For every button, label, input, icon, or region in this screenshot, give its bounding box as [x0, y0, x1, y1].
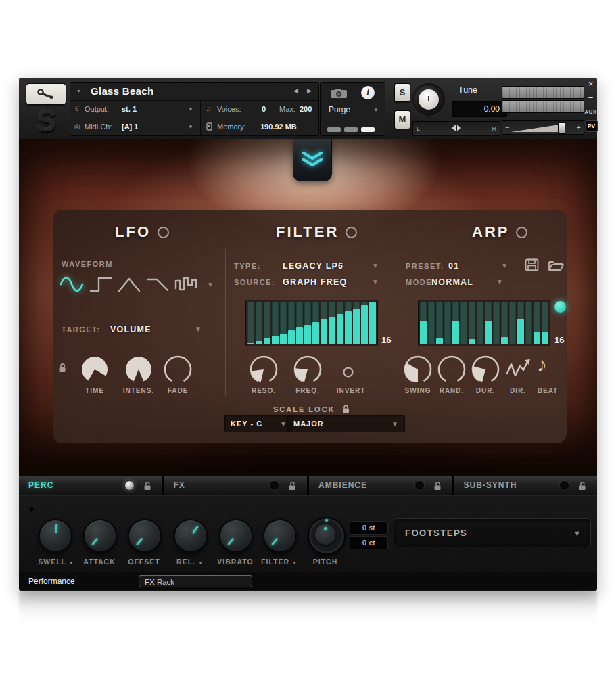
tune-knob[interactable] [412, 83, 445, 116]
arp-beat-note-icon[interactable]: ♪ [537, 353, 547, 376]
info-icon[interactable]: i [361, 86, 375, 99]
graph-step-bar[interactable] [477, 302, 483, 344]
graph-step-bar[interactable] [280, 302, 287, 344]
articulation-select[interactable]: FOOTSTEPS ▼ [394, 518, 591, 547]
max-voices-value[interactable]: 200 [300, 105, 312, 113]
graph-step-bar[interactable] [321, 302, 327, 344]
snapshot-camera-icon[interactable] [330, 88, 348, 99]
tab-fx[interactable]: FX [164, 476, 308, 495]
purge-dropdown-icon[interactable]: ▼ [373, 107, 379, 113]
arp-table-indicator[interactable] [554, 301, 566, 313]
attack-knob[interactable] [83, 519, 117, 553]
graph-step-bar[interactable] [247, 302, 254, 344]
graph-step-bar[interactable] [312, 302, 319, 344]
graph-step-bar[interactable] [452, 302, 459, 344]
volume-minus[interactable]: − [505, 121, 509, 134]
graph-step-bar[interactable] [361, 302, 368, 344]
filter-type-dropdown-icon[interactable]: ▼ [372, 262, 379, 269]
tab-perc-indicator[interactable] [125, 481, 134, 490]
collapse-panel-tab[interactable] [293, 139, 332, 181]
filter-amount-knob[interactable] [263, 519, 297, 553]
graph-step-bar[interactable] [534, 302, 540, 344]
tab-sub-synth-lock-icon[interactable] [578, 481, 586, 491]
filter-enable-indicator[interactable] [346, 227, 357, 238]
waveform-sine-icon[interactable] [58, 273, 85, 295]
graph-step-bar[interactable] [420, 302, 427, 344]
arp-random-knob[interactable] [437, 355, 467, 384]
tune-value[interactable]: 0.00 [452, 101, 507, 117]
waveform-triangle-icon[interactable] [116, 273, 142, 295]
graph-step-bar[interactable] [460, 302, 467, 344]
graph-step-bar[interactable] [353, 302, 360, 344]
aux-button[interactable]: aux [584, 109, 597, 115]
waveform-saw-icon[interactable] [145, 273, 170, 295]
filter-frequency-knob[interactable] [293, 355, 323, 384]
fx-rack-page-tab[interactable]: FX Rack [139, 575, 252, 587]
arp-save-icon[interactable] [525, 258, 539, 271]
tab-ambience-lock-icon[interactable] [433, 481, 442, 491]
arp-mode-dropdown-icon[interactable]: ▼ [496, 278, 503, 286]
graph-step-bar[interactable] [493, 302, 500, 344]
graph-step-bar[interactable] [469, 302, 475, 344]
lfo-fade-knob[interactable] [163, 355, 193, 384]
pan-handle[interactable] [452, 123, 461, 133]
filter-resonance-knob[interactable] [249, 355, 279, 384]
graph-step-bar[interactable] [337, 302, 343, 344]
prev-instrument-icon[interactable]: ◀ [293, 87, 298, 94]
graph-step-bar[interactable] [272, 302, 279, 344]
midi-value[interactable]: [A] 1 [122, 122, 138, 131]
minimize-button[interactable]: − [584, 93, 597, 103]
swell-dropdown-icon[interactable]: ▼ [69, 560, 74, 565]
graph-step-bar[interactable] [264, 302, 270, 344]
filter-invert-toggle[interactable] [333, 360, 363, 390]
tab-perc[interactable]: PERC [19, 476, 162, 495]
key-select[interactable]: KEY - C ▼ [224, 415, 293, 432]
target-value[interactable]: VOLUME [110, 325, 151, 334]
tab-fx-lock-icon[interactable] [288, 481, 296, 491]
graph-step-bar[interactable] [304, 302, 311, 344]
filter-graph[interactable] [245, 300, 378, 346]
performance-page-tab[interactable]: Performance [28, 572, 75, 590]
swell-knob[interactable] [39, 519, 72, 553]
volume-slider[interactable]: − + [502, 120, 584, 135]
close-button[interactable]: × [584, 78, 597, 89]
tab-ambience-indicator[interactable] [415, 481, 424, 490]
filter-type-value[interactable]: LEGACY LP6 [283, 261, 343, 271]
pitch-semitone-value[interactable]: 0 st [350, 521, 388, 535]
pitch-cent-value[interactable]: 0 ct [350, 536, 388, 549]
purge-label[interactable]: Purge [329, 105, 350, 114]
graph-step-bar[interactable] [509, 302, 516, 344]
instrument-name[interactable]: Glass Beach [91, 85, 153, 97]
arp-enable-indicator[interactable] [516, 227, 527, 238]
scale-lock-icon[interactable] [342, 405, 350, 413]
arp-swing-knob[interactable] [403, 355, 433, 384]
pitch-knob[interactable] [308, 517, 346, 555]
waveform-dropdown-icon[interactable]: ▼ [207, 281, 214, 288]
tab-sub-synth[interactable]: SUB-SYNTH [454, 476, 598, 495]
next-instrument-icon[interactable]: ▶ [307, 87, 312, 94]
waveform-square-icon[interactable] [88, 273, 114, 295]
lfo-time-knob[interactable] [80, 355, 110, 384]
scale-select[interactable]: MAJOR ▼ [287, 415, 405, 432]
volume-handle[interactable] [558, 122, 565, 134]
graph-step-bar[interactable] [485, 302, 492, 344]
arp-preset-dropdown-icon[interactable]: ▼ [501, 262, 508, 269]
offset-knob[interactable] [128, 519, 162, 553]
graph-step-bar[interactable] [345, 302, 352, 344]
output-value[interactable]: st. 1 [122, 105, 137, 113]
collapse-icon[interactable]: ▼ [76, 89, 81, 93]
arp-preset-value[interactable]: 01 [448, 261, 459, 271]
tab-fx-indicator[interactable] [270, 481, 279, 490]
pv-button[interactable]: PV [585, 120, 598, 132]
tab-perc-lock-icon[interactable] [143, 481, 151, 491]
lfo-enable-indicator[interactable] [158, 227, 169, 238]
graph-step-bar[interactable] [369, 302, 376, 344]
arp-duration-knob[interactable] [471, 355, 500, 384]
graph-step-bar[interactable] [296, 302, 303, 344]
arp-graph[interactable] [418, 300, 550, 346]
graph-step-bar[interactable] [542, 302, 548, 344]
graph-step-bar[interactable] [517, 302, 524, 344]
vibrato-knob[interactable] [219, 519, 253, 553]
graph-step-bar[interactable] [444, 302, 451, 344]
filter-dropdown-icon[interactable]: ▼ [292, 560, 298, 565]
